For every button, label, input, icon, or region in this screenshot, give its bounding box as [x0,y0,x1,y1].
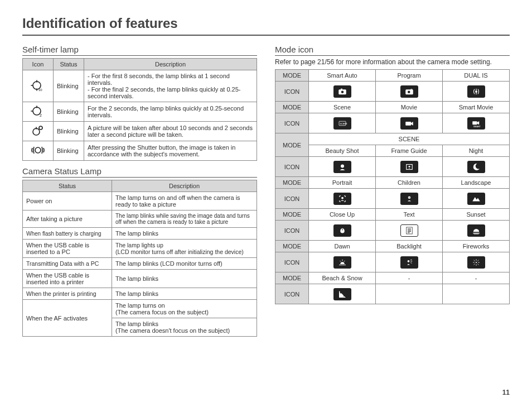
mode-name: Close Up [309,209,376,221]
mode-name: Fireworks [443,241,510,252]
svg-rect-9 [341,88,342,89]
motion-timer-icon [30,143,46,157]
statuslamp-heading: Camera Status Lamp [22,166,257,178]
svg-point-22 [341,197,344,199]
row-label-mode: MODE [275,102,309,113]
mode-name: Landscape [443,177,510,189]
row-label-icon: ICON [275,284,309,304]
mode-name: Backlight [376,241,443,252]
mode-name: Beauty Shot [309,145,376,157]
cell-status: Blinking [54,122,84,141]
row-label-icon: ICON [275,252,309,272]
timer-10-icon: 10 [30,79,46,92]
fireworks-icon [467,256,485,269]
th-status: Status [23,180,112,192]
dawn-icon [333,256,351,269]
svg-point-13 [475,90,477,93]
svg-point-4 [33,128,40,135]
cell-status: When flash battery is charging [23,228,112,240]
program-icon: P [400,85,418,98]
mode-name: Dawn [309,241,376,252]
timer-2-icon: 2 [30,104,46,118]
svg-point-19 [341,164,344,168]
row-label-mode: MODE [275,177,309,189]
table-row: After taking a pictureThe lamp blinks wh… [23,210,257,228]
text-icon [400,224,418,237]
svg-text:SCENE: SCENE [340,123,347,125]
svg-text:2: 2 [40,113,42,117]
svg-point-24 [408,197,409,198]
scene-icon: SCENE [333,117,351,130]
cell-status: Blinking [54,102,84,122]
row-label-icon: ICON [275,157,309,177]
cell-desc: The lamp blinks (The camera doesn't focu… [112,318,257,337]
cell-desc: The lamp blinks [112,228,257,240]
cell-status: Transmitting Data with a PC [23,258,112,270]
timer-double-icon [30,124,46,137]
table-row: When the USB cable is inserted into a pr… [23,270,257,288]
row-label-icon: ICON [275,82,309,102]
mode-name: Beach & Snow [309,272,376,284]
mode-name: Text [376,209,443,221]
row-label-icon: ICON [275,221,309,241]
svg-point-21 [408,165,410,167]
th-icon: Icon [23,59,54,70]
mode-name: Smart Movie [443,102,510,113]
mode-name: Portrait [309,177,376,189]
mode-name: Frame Guide [376,145,443,157]
th-desc: Description [112,180,257,192]
cell-status: Blinking [54,70,84,102]
smart-auto-icon [333,85,351,98]
smart-movie-icon: SMART [467,117,485,130]
table-row: When the AF activates The lamp turns on … [23,300,257,318]
mode-name: - [376,272,443,284]
cell-desc: For the 2 seconds, the lamp blinks quick… [84,102,257,122]
svg-point-28 [475,261,476,262]
svg-rect-17 [472,121,477,125]
row-label-mode: MODE [275,133,309,157]
frame-guide-icon [400,161,418,173]
cell-status: When the USB cable is inserted to a PC [23,240,112,258]
page-title: Identification of features [22,16,510,36]
cell-status: After taking a picture [23,210,112,228]
mode-name: Night [443,145,510,157]
cell-desc: A picture will be taken after about 10 s… [84,122,257,141]
svg-text:P: P [410,88,413,92]
beach-snow-icon [333,288,351,300]
dual-is-icon [467,85,485,98]
left-column: Self-timer lamp Icon Status Description … [22,41,257,337]
svg-text:SMART: SMART [473,125,481,127]
cell-status: When the USB cable is inserted into a pr… [23,270,112,288]
landscape-icon [467,193,485,205]
row-label-icon: ICON [275,189,309,209]
svg-point-29 [340,291,341,293]
portrait-icon [333,193,351,205]
mode-name: Smart Auto [309,70,376,82]
svg-point-5 [39,126,42,130]
row-label-mode: MODE [275,272,309,284]
cell-desc: The lamp blinks [112,270,257,288]
table-row: Blinking After pressing the Shutter butt… [23,141,257,161]
svg-point-6 [35,147,41,153]
svg-point-27 [407,260,409,262]
table-row: Transmitting Data with a PCThe lamp blin… [23,258,257,270]
children-icon [400,193,418,205]
cell-desc: The lamp blinks [112,288,257,300]
cell-desc: The lamp turns on and off when the camer… [112,192,257,210]
mode-table: MODE Smart Auto Program DUAL IS ICON P M… [275,69,510,304]
row-label-mode: MODE [275,70,309,82]
selftimer-heading: Self-timer lamp [22,45,257,56]
row-label-mode: MODE [275,241,309,252]
row-label-mode: MODE [275,209,309,221]
sunset-icon [467,224,485,237]
scene-header: SCENE [309,133,510,145]
cell-desc: The lamp lights up (LCD monitor turns of… [112,240,257,258]
table-row: Blinking A picture will be taken after a… [23,122,257,141]
right-column: Mode icon Refer to page 21/56 for more i… [275,41,510,337]
page-number: 11 [502,389,510,396]
mode-name: Program [376,70,443,82]
th-desc: Description [84,59,257,70]
cell-desc: The lamp blinks while saving the image d… [112,210,257,228]
th-status: Status [54,59,84,70]
mode-name: DUAL IS [443,70,510,82]
